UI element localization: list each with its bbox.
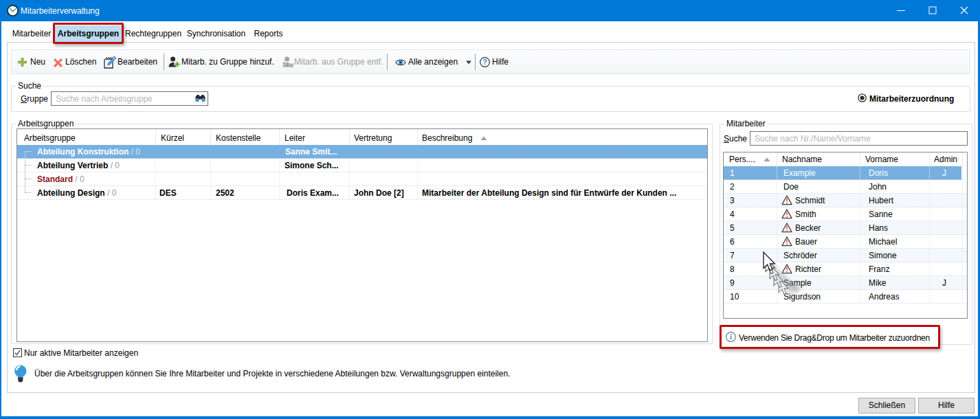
svg-text:?: ? (482, 58, 487, 66)
